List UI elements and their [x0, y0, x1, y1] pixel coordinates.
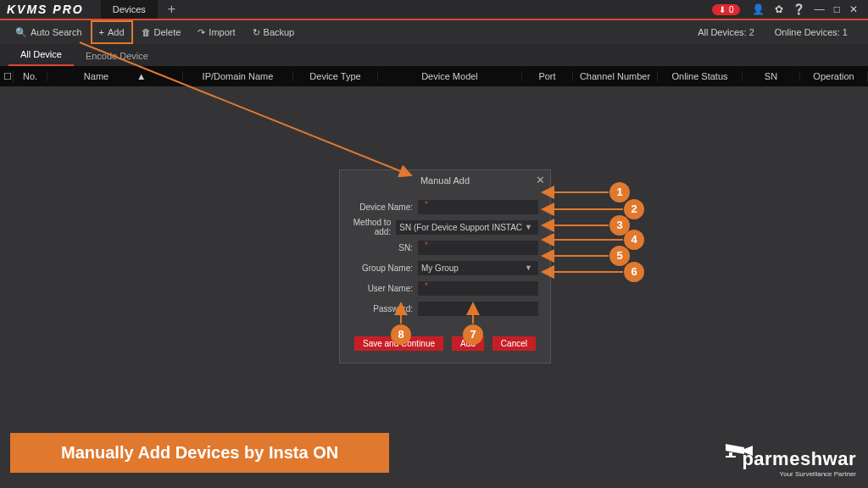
th-channel: Channel Number	[573, 71, 658, 81]
input-username[interactable]: *	[418, 281, 538, 296]
caption-banner: Manually Add Devices by Insta ON	[10, 433, 389, 473]
subtab-encode-device[interactable]: Encode Device	[74, 46, 160, 66]
row-method: Method to add: SN (For Device Support IN…	[352, 219, 538, 235]
all-devices-count: All Devices: 2	[698, 27, 754, 37]
import-label: Import	[209, 27, 235, 37]
subtab-all-device[interactable]: All Device	[8, 44, 74, 66]
group-value: My Group	[421, 263, 522, 273]
plus-icon: +	[99, 27, 104, 37]
row-sn: SN: *	[352, 240, 538, 255]
th-port: Port	[522, 71, 573, 81]
backup-label: Backup	[264, 27, 295, 37]
window-controls: 👤 ✿ ❔ — □ ✕	[748, 3, 861, 15]
row-group: Group Name: My Group ▼	[352, 260, 538, 275]
chevron-down-icon: ▼	[522, 223, 535, 231]
backup-button[interactable]: ↻ Backup	[244, 20, 303, 44]
add-button-dialog[interactable]: Add	[452, 336, 484, 351]
top-tabs: Devices +	[101, 0, 186, 19]
tab-add-icon[interactable]: +	[158, 2, 186, 17]
dialog-title: Manual Add	[420, 175, 470, 186]
backup-icon: ↻	[253, 27, 260, 38]
label-username: User Name:	[352, 284, 418, 293]
dialog-title-bar: Manual Add ✕	[340, 170, 550, 191]
dialog-body: Device Name: * Method to add: SN (For De…	[340, 191, 550, 324]
delete-label: Delete	[154, 27, 181, 37]
select-method[interactable]: SN (For Device Support INSTAC ▼	[396, 220, 538, 235]
input-password[interactable]	[418, 302, 538, 316]
trash-icon: 🗑	[142, 27, 151, 37]
auto-search-button[interactable]: 🔍 Auto Search	[7, 20, 91, 44]
th-status: Online Status	[658, 71, 743, 81]
content-area: Manual Add ✕ Device Name: * Method to ad…	[0, 86, 868, 488]
th-op: Operation	[800, 71, 868, 81]
th-checkbox[interactable]: ☐	[0, 71, 14, 82]
cancel-button[interactable]: Cancel	[492, 336, 536, 351]
auto-search-label: Auto Search	[31, 27, 82, 37]
th-type: Device Type	[293, 71, 378, 81]
save-continue-button[interactable]: Save and Continue	[354, 336, 443, 351]
method-value: SN (For Device Support INSTAC	[399, 223, 522, 232]
dialog-close-icon[interactable]: ✕	[536, 174, 545, 186]
online-devices-count: Online Devices: 1	[775, 27, 848, 37]
label-sn: SN:	[352, 243, 418, 252]
input-sn[interactable]: *	[418, 241, 538, 255]
th-name-text: Name	[84, 71, 108, 81]
toolbar: 🔍 Auto Search + Add 🗑 Delete ↷ Import ↻ …	[0, 20, 868, 44]
download-badge[interactable]: ⬇ 0	[712, 4, 741, 15]
row-password: Password:	[352, 301, 538, 316]
th-model: Device Model	[378, 71, 522, 81]
watermark-brand: parmeshwar	[742, 448, 856, 470]
dialog-buttons: Save and Continue Add Cancel	[340, 324, 550, 363]
manual-add-dialog: Manual Add ✕ Device Name: * Method to ad…	[339, 169, 551, 363]
th-name: Name ▲	[47, 71, 183, 81]
th-ip: IP/Domain Name	[183, 71, 293, 81]
download-icon: ⬇	[719, 5, 726, 14]
watermark-tagline: Your Surveillance Partner	[742, 470, 856, 478]
row-device-name: Device Name: *	[352, 199, 538, 214]
row-username: User Name: *	[352, 280, 538, 296]
help-icon[interactable]: ❔	[793, 3, 805, 15]
chevron-down-icon: ▼	[522, 263, 535, 272]
titlebar: KVMS PRO Devices + ⬇ 0 👤 ✿ ❔ — □ ✕	[0, 0, 868, 20]
import-button[interactable]: ↷ Import	[189, 20, 243, 44]
maximize-icon[interactable]: □	[834, 3, 840, 15]
table-header: ☐ No. Name ▲ IP/Domain Name Device Type …	[0, 66, 868, 86]
delete-button[interactable]: 🗑 Delete	[133, 20, 190, 44]
select-group[interactable]: My Group ▼	[418, 261, 538, 275]
close-icon[interactable]: ✕	[849, 3, 858, 15]
add-button[interactable]: + Add	[91, 20, 133, 44]
label-password: Password:	[352, 304, 418, 313]
add-label: Add	[108, 27, 125, 37]
titlebar-right: ⬇ 0 👤 ✿ ❔ — □ ✕	[712, 3, 861, 15]
label-device-name: Device Name:	[352, 202, 418, 212]
app-logo: KVMS PRO	[7, 3, 84, 16]
import-icon: ↷	[198, 27, 205, 38]
input-device-name[interactable]: *	[418, 200, 538, 214]
search-icon: 🔍	[15, 27, 27, 38]
download-count: 0	[729, 5, 734, 14]
toolbar-stats: All Devices: 2 Online Devices: 1	[698, 27, 861, 37]
user-icon[interactable]: 👤	[752, 3, 765, 15]
th-no: No.	[14, 71, 47, 81]
tab-devices[interactable]: Devices	[101, 0, 158, 19]
watermark: parmeshwar Your Surveillance Partner	[742, 448, 856, 478]
label-method: Method to add:	[352, 218, 396, 236]
minimize-icon[interactable]: —	[815, 3, 825, 15]
subtabs: All Device Encode Device	[0, 44, 868, 66]
label-group: Group Name:	[352, 263, 418, 273]
th-sn: SN	[743, 71, 800, 81]
sort-icon[interactable]: ▲	[136, 71, 146, 81]
gear-icon[interactable]: ✿	[775, 3, 783, 15]
